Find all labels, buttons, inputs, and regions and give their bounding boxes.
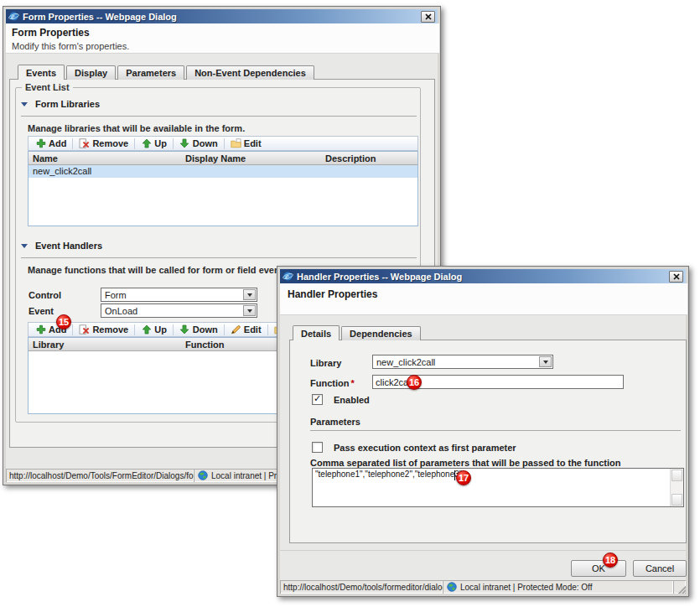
remove-handler-button[interactable]: Remove (75, 324, 132, 336)
down-label: Down (193, 324, 218, 335)
down-arrow-icon (179, 324, 190, 335)
callout-badge-16: 16 (407, 375, 422, 390)
event-select[interactable]: OnLoad (101, 304, 257, 318)
col-display-name: Display Name (185, 153, 246, 163)
status-zone-cell: Local intranet | Protected Mode: Off (443, 580, 673, 594)
required-asterisk: * (350, 378, 354, 388)
status-url: http://localhost/Demo/Tools/FormEditor/D… (9, 471, 194, 480)
col-function: Function (185, 340, 224, 350)
handler-properties-titlebar[interactable]: e Handler Properties -- Webpage Dialog (280, 269, 686, 283)
tab-parameters[interactable]: Parameters (117, 65, 184, 80)
col-library: Library (33, 340, 64, 350)
control-value: Form (101, 290, 242, 300)
scroll-up-icon[interactable] (671, 470, 682, 481)
parameters-textarea[interactable]: "telephone1","telephone2","telephone3" (313, 469, 669, 506)
library-label: Library (310, 358, 341, 368)
page: e Form Properties -- Webpage Dialog Form… (0, 0, 700, 607)
pass-context-label: Pass execution context as first paramete… (334, 443, 516, 453)
down-button[interactable]: Down (176, 137, 221, 150)
event-handlers-section-header[interactable]: Event Handlers (21, 241, 102, 251)
scroll-down-icon[interactable] (671, 494, 682, 506)
section-divider (21, 257, 417, 258)
ok-button[interactable]: OK (571, 560, 626, 577)
remove-label: Remove (92, 324, 128, 335)
add-icon (35, 324, 46, 335)
close-icon[interactable] (421, 11, 435, 23)
text-cursor (454, 470, 455, 480)
page-title: Handler Properties (288, 288, 680, 300)
enabled-label: Enabled (334, 395, 370, 405)
library-value: new_click2call (373, 357, 538, 367)
details-tab-panel: Library new_click2call Function* 16 ✓ En… (289, 340, 687, 543)
table-header[interactable]: Name Display Name Description (29, 152, 417, 165)
toolbar-separator (134, 324, 135, 335)
event-value: OnLoad (101, 306, 242, 316)
callout-badge-18: 18 (603, 553, 618, 568)
event-handlers-description: Manage functions that will be called for… (28, 265, 291, 275)
up-button[interactable]: Up (137, 137, 170, 150)
page-subtitle: Modify this form's properties. (12, 41, 433, 51)
tab-non-event-dependencies[interactable]: Non-Event Dependencies (186, 65, 314, 80)
edit-handler-button[interactable]: Edit (227, 324, 265, 336)
dialog-title: Handler Properties -- Webpage Dialog (297, 272, 666, 282)
checkmark-icon: ✓ (314, 394, 321, 403)
function-label: Function* (310, 378, 355, 388)
remove-button[interactable]: Remove (75, 137, 132, 150)
toolbar-separator (173, 138, 174, 149)
svg-text:e: e (285, 272, 289, 281)
resize-grip[interactable] (673, 580, 686, 594)
form-libraries-title: Form Libraries (35, 99, 100, 109)
add-label: Add (49, 138, 66, 148)
handler-properties-tabs: Details Dependencies (293, 326, 421, 340)
edit-label: Edit (244, 138, 262, 148)
globe-icon (197, 470, 208, 481)
library-select[interactable]: new_click2call (372, 355, 553, 369)
toolbar-separator (224, 138, 225, 149)
col-description: Description (325, 153, 376, 163)
tab-display[interactable]: Display (66, 65, 116, 80)
chevron-down-icon[interactable] (243, 289, 256, 300)
footer-divider (280, 550, 686, 551)
edit-button[interactable]: Edit (227, 137, 265, 150)
close-icon[interactable] (669, 271, 683, 283)
down-handler-button[interactable]: Down (176, 324, 221, 336)
callout-badge-15: 15 (56, 314, 71, 329)
control-label: Control (29, 290, 61, 300)
tab-dependencies[interactable]: Dependencies (341, 326, 421, 340)
parameters-label: Parameters (310, 417, 360, 427)
enabled-checkbox[interactable]: ✓ (312, 394, 323, 405)
remove-label: Remove (92, 138, 128, 148)
form-properties-titlebar[interactable]: e Form Properties -- Webpage Dialog (6, 9, 438, 23)
collapse-triangle-icon (21, 102, 28, 106)
handler-properties-dialog: e Handler Properties -- Webpage Dialog H… (277, 266, 689, 597)
control-select[interactable]: Form (101, 288, 257, 302)
collapse-triangle-icon (21, 244, 28, 248)
edit-label: Edit (244, 324, 262, 335)
up-handler-button[interactable]: Up (137, 324, 170, 336)
table-row[interactable]: new_click2call (29, 165, 417, 178)
down-label: Down (193, 138, 218, 148)
add-icon (35, 138, 46, 149)
chevron-down-icon[interactable] (539, 356, 552, 367)
toolbar-separator (267, 324, 268, 335)
parameters-divider (310, 430, 681, 431)
form-properties-tabs: Events Display Parameters Non-Event Depe… (18, 65, 314, 80)
handler-properties-statusbar: http://localhost/Demo/tools/formeditor/d… (280, 580, 686, 594)
add-button[interactable]: Add (32, 137, 70, 150)
chevron-down-icon[interactable] (243, 305, 256, 316)
toolbar-separator (173, 324, 174, 335)
toolbar-separator (134, 138, 135, 149)
textarea-scrollbar[interactable] (670, 469, 683, 506)
status-url-cell: http://localhost/Demo/Tools/FormEditor/D… (6, 469, 194, 482)
ie-icon: e (8, 11, 19, 22)
cancel-button[interactable]: Cancel (633, 560, 687, 577)
event-handlers-title: Event Handlers (35, 241, 102, 251)
tab-events[interactable]: Events (18, 65, 65, 80)
toolbar-separator (72, 138, 73, 149)
pass-context-checkbox[interactable] (312, 442, 323, 453)
up-label: Up (154, 324, 167, 335)
edit-pencil-icon (231, 324, 241, 335)
form-libraries-toolbar: Add Remove Up Down (28, 136, 418, 151)
tab-details[interactable]: Details (293, 325, 340, 340)
form-libraries-section-header[interactable]: Form Libraries (21, 99, 100, 109)
